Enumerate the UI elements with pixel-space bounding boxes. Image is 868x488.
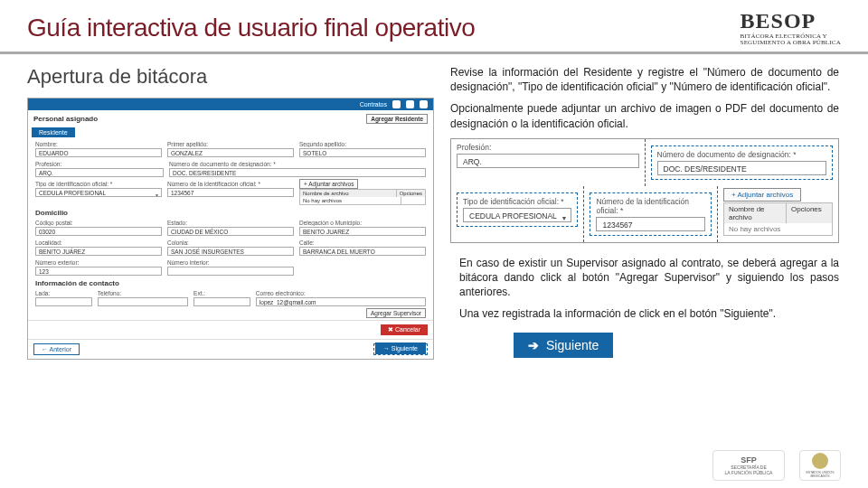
agregar-supervisor-button[interactable]: Agregar Supervisor [366,308,426,318]
domicilio-header: Domicilio [35,209,426,217]
footer-logos: SFP SECRETARÍA DE LA FUNCIÓN PÚBLICA EST… [712,450,841,481]
profesion-input[interactable]: ARQ. [35,168,164,177]
nombre-input[interactable]: EDUARDO [35,148,162,157]
zoom-panel: Profesión: ARQ. Número de documento de d… [450,138,839,243]
page-header: Guía interactiva de usuario final operat… [0,0,868,54]
toolbar-label: Contratos [360,101,387,108]
counter-icon [406,100,414,108]
numero-id-input[interactable]: 1234567 [167,188,294,197]
tab-residente[interactable]: Residente [32,127,75,137]
instruction-p1: Revise la información del Residente y re… [450,65,839,94]
contacto-header: Información de contacto [35,279,426,287]
agregar-residente-button[interactable]: Agregar Residente [366,114,428,124]
section-subtitle: Apertura de bitácora [27,65,434,89]
zoom-numid-input[interactable]: 1234567 [596,217,704,231]
besop-logo: BESOP BITÁCORA ELECTRÓNICA Y SEGUIMIENTO… [741,9,841,46]
estado-input[interactable]: CIUDAD DE MÉXICO [167,227,294,236]
sfp-logo: SFP SECRETARÍA DE LA FUNCIÓN PÚBLICA [712,450,785,481]
archivos-table: Nombre de archivoOpciones No hay archivo… [299,189,426,205]
app-screenshot: Contratos Personal asignado Agregar Resi… [27,98,434,360]
zoom-adjuntar-button[interactable]: + Adjuntar archivos [723,188,801,202]
instruction-p4: Una vez registrada la información de cli… [459,306,839,321]
segundo-apellido-input[interactable]: SOTELO [299,148,426,157]
zoom-docdes-input[interactable]: DOC. DES/RESIDENTE [657,161,827,175]
zoom-archivos-table: Nombre de archivoOpciones No hay archivo… [723,202,833,236]
ext-input[interactable] [193,297,250,306]
doc-designacion-input[interactable]: DOC. DES/RESIDENTE [169,168,426,177]
email-input[interactable]: lopez_12@gmail.com [256,297,426,306]
page-title: Guía interactiva de usuario final operat… [27,14,475,42]
colonia-input[interactable]: SAN JOSÉ INSURGENTES [167,247,294,256]
eum-logo: ESTADOS UNIDOS MEXICANOS [799,450,841,481]
siguiente-button-small[interactable]: → Siguiente [375,343,426,354]
num-int-input[interactable] [167,267,294,276]
zoom-profesion-input[interactable]: ARQ. [457,154,639,168]
tel-input[interactable] [98,297,188,306]
arrow-right-icon: ➔ [528,338,539,352]
cancelar-button[interactable]: ✖ Cancelar [381,324,428,335]
localidad-input[interactable]: BENITO JUÁREZ [35,247,162,256]
instruction-p3: En caso de existir un Supervisor asignad… [459,256,839,300]
tipo-id-select[interactable]: CEDULA PROFESIONAL [35,188,162,197]
calle-input[interactable]: BARRANCA DEL MUERTO [299,247,426,256]
anterior-button[interactable]: ← Anterior [33,343,80,355]
panel-title: Personal asignado [33,115,98,123]
zoom-tipoid-select[interactable]: CEDULA PROFESIONAL [463,208,571,222]
num-ext-input[interactable]: 123 [35,267,162,276]
grid-icon[interactable] [420,100,428,108]
primer-apellido-input[interactable]: GONZALEZ [167,148,294,157]
lada-input[interactable] [35,297,92,306]
siguiente-button[interactable]: ➔ Siguiente [514,333,613,358]
municipio-input[interactable]: BENITO JUAREZ [299,227,426,236]
refresh-icon[interactable] [392,100,401,108]
cp-input[interactable]: 03020 [35,227,162,236]
instruction-p2: Opcionalmente puede adjuntar un archivo … [450,101,839,130]
adjuntar-archivos-button[interactable]: + Adjuntar archivos [299,179,358,189]
